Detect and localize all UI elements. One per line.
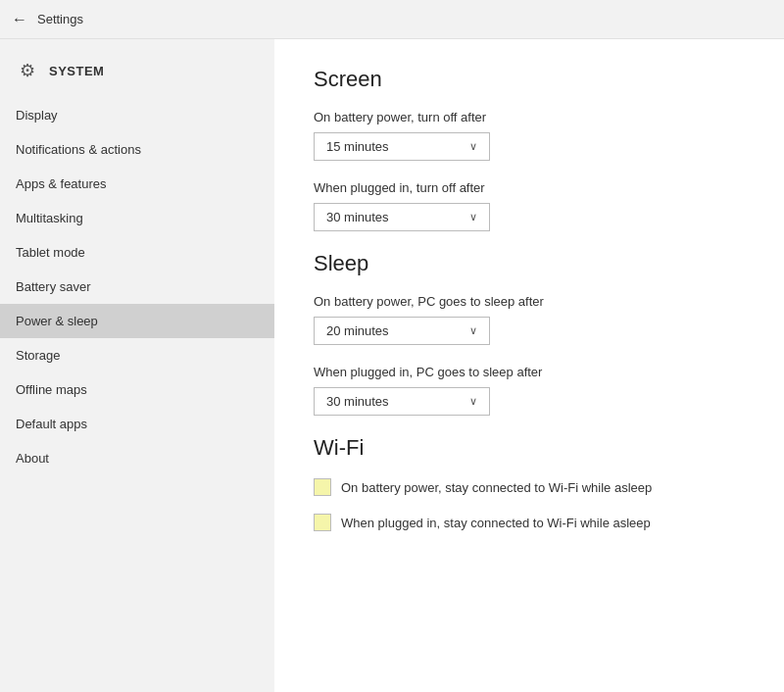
sleep-battery-dropdown[interactable]: 20 minutes ∨ <box>314 317 490 345</box>
title-bar: ← Settings <box>0 0 784 39</box>
main-content: Screen On battery power, turn off after … <box>274 39 784 692</box>
chevron-down-icon-4: ∨ <box>469 395 477 408</box>
sidebar-item-power[interactable]: Power & sleep <box>0 304 274 338</box>
screen-plugged-value: 30 minutes <box>326 210 389 224</box>
screen-battery-label: On battery power, turn off after <box>314 110 745 124</box>
settings-window: ← Settings ⚙ SYSTEM Display Notification… <box>0 0 784 692</box>
sleep-battery-value: 20 minutes <box>326 323 389 338</box>
system-header: ⚙ SYSTEM <box>0 47 274 98</box>
wifi-battery-row: On battery power, stay connected to Wi-F… <box>314 478 745 496</box>
sleep-plugged-label: When plugged in, PC goes to sleep after <box>314 365 745 379</box>
back-button[interactable]: ← <box>12 11 27 28</box>
screen-battery-wrapper: On battery power, turn off after 15 minu… <box>314 110 745 161</box>
sidebar-item-battery[interactable]: Battery saver <box>0 270 274 304</box>
sleep-title: Sleep <box>314 251 745 276</box>
sleep-plugged-dropdown[interactable]: 30 minutes ∨ <box>314 387 490 416</box>
chevron-down-icon-2: ∨ <box>469 211 477 223</box>
wifi-battery-label: On battery power, stay connected to Wi-F… <box>341 480 652 495</box>
sidebar-item-tablet[interactable]: Tablet mode <box>0 235 274 270</box>
screen-plugged-dropdown[interactable]: 30 minutes ∨ <box>314 203 490 231</box>
sidebar-item-notifications[interactable]: Notifications & actions <box>0 132 274 167</box>
sleep-plugged-value: 30 minutes <box>326 394 389 409</box>
screen-plugged-label: When plugged in, turn off after <box>314 180 745 195</box>
wifi-plugged-label: When plugged in, stay connected to Wi-Fi… <box>341 516 651 530</box>
wifi-battery-checkbox[interactable] <box>314 478 331 496</box>
content-area: ⚙ SYSTEM Display Notifications & actions… <box>0 39 784 692</box>
screen-battery-dropdown[interactable]: 15 minutes ∨ <box>314 132 490 161</box>
sleep-battery-wrapper: On battery power, PC goes to sleep after… <box>314 294 745 345</box>
wifi-plugged-row: When plugged in, stay connected to Wi-Fi… <box>314 514 745 531</box>
sidebar-item-about[interactable]: About <box>0 441 274 475</box>
sidebar-item-apps[interactable]: Apps & features <box>0 167 274 201</box>
sidebar: ⚙ SYSTEM Display Notifications & actions… <box>0 39 274 692</box>
screen-battery-value: 15 minutes <box>326 139 389 154</box>
sleep-plugged-wrapper: When plugged in, PC goes to sleep after … <box>314 365 745 416</box>
chevron-down-icon: ∨ <box>469 140 477 153</box>
chevron-down-icon-3: ∨ <box>469 324 477 337</box>
sidebar-item-maps[interactable]: Offline maps <box>0 372 274 407</box>
sidebar-item-storage[interactable]: Storage <box>0 338 274 372</box>
screen-plugged-wrapper: When plugged in, turn off after 30 minut… <box>314 180 745 231</box>
system-icon: ⚙ <box>16 59 39 82</box>
screen-section: Screen On battery power, turn off after … <box>314 67 745 231</box>
sidebar-item-multitasking[interactable]: Multitasking <box>0 201 274 235</box>
wifi-section: Wi-Fi On battery power, stay connected t… <box>314 435 745 531</box>
system-title: SYSTEM <box>49 64 104 78</box>
sidebar-item-default-apps[interactable]: Default apps <box>0 407 274 441</box>
screen-title: Screen <box>314 67 745 92</box>
sleep-battery-label: On battery power, PC goes to sleep after <box>314 294 745 309</box>
wifi-plugged-checkbox[interactable] <box>314 514 331 531</box>
wifi-title: Wi-Fi <box>314 435 745 461</box>
sidebar-item-display[interactable]: Display <box>0 98 274 132</box>
title-bar-text: Settings <box>37 12 83 26</box>
sleep-section: Sleep On battery power, PC goes to sleep… <box>314 251 745 416</box>
